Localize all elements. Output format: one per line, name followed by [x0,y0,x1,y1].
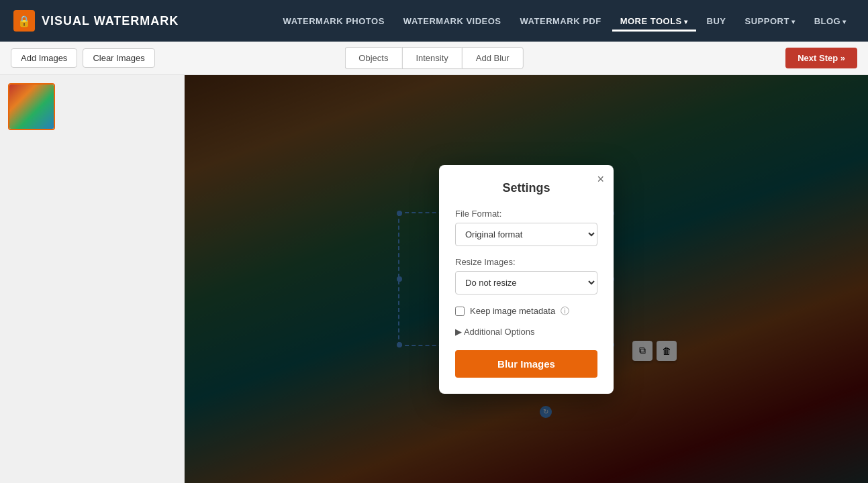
nav-watermark-photos[interactable]: WATERMARK PHOTOS [275,11,393,32]
modal-close-button[interactable]: × [597,173,604,185]
canvas-area: ⧉ 🗑 ↻ Settings × File Format: Original f… [185,75,868,483]
nav-watermark-pdf[interactable]: WATERMARK PDF [512,11,610,32]
resize-images-select[interactable]: Do not resize Resize to width Resize to … [455,271,597,294]
navbar-nav: WATERMARK PHOTOS WATERMARK VIDEOS WATERM… [275,11,855,32]
lock-icon: 🔒 [17,15,32,28]
resize-images-group: Resize Images: Do not resize Resize to w… [455,257,597,294]
file-format-label: File Format: [455,209,597,219]
clear-images-button[interactable]: Clear Images [83,48,154,68]
tab-intensity[interactable]: Intensity [401,47,461,69]
brand-name: VISUAL WATERMARK [42,14,179,28]
main-content: ⧉ 🗑 ↻ Settings × File Format: Original f… [0,75,868,483]
image-thumbnail[interactable] [8,83,55,130]
tab-objects[interactable]: Objects [344,47,401,69]
nav-watermark-videos[interactable]: WATERMARK VIDEOS [395,11,510,32]
file-format-group: File Format: Original format JPEG PNG TI… [455,209,597,246]
settings-modal: Settings × File Format: Original format … [439,165,614,394]
modal-title: Settings [455,181,597,195]
toolbar: Add Images Clear Images Objects Intensit… [0,42,868,75]
brand-icon: 🔒 [13,10,35,32]
keep-metadata-checkbox[interactable] [455,307,465,316]
blur-images-button[interactable]: Blur Images [455,350,597,378]
next-step-button[interactable]: Next Step » [785,48,857,68]
add-images-button[interactable]: Add Images [11,48,77,68]
tab-add-blur[interactable]: Add Blur [462,47,524,69]
nav-more-tools[interactable]: MORE TOOLS [612,11,696,32]
brand: 🔒 VISUAL WATERMARK [13,10,179,32]
info-icon[interactable]: ⓘ [561,305,569,317]
keep-metadata-label[interactable]: Keep image metadata [470,306,555,316]
nav-blog[interactable]: BLOG [806,11,855,32]
resize-images-label: Resize Images: [455,257,597,267]
keep-metadata-row: Keep image metadata ⓘ [455,305,597,317]
nav-buy[interactable]: BUY [699,11,734,32]
file-format-select[interactable]: Original format JPEG PNG TIFF [455,223,597,246]
modal-overlay: Settings × File Format: Original format … [185,75,868,483]
toolbar-tabs: Objects Intensity Add Blur [344,47,523,69]
navbar: 🔒 VISUAL WATERMARK WATERMARK PHOTOS WATE… [0,0,868,42]
sidebar [0,75,185,483]
nav-support[interactable]: SUPPORT [737,11,804,32]
thumbnail-preview [9,85,54,129]
additional-options-toggle[interactable]: ▶ Additional Options [455,327,597,337]
